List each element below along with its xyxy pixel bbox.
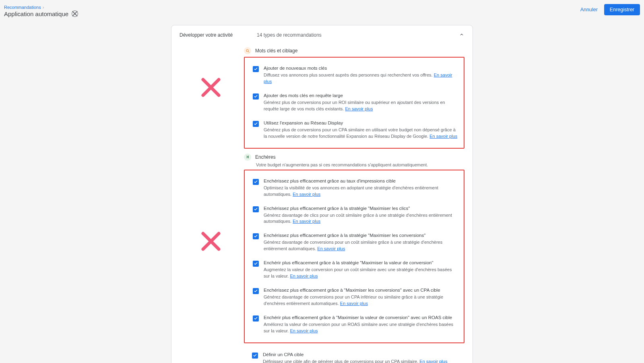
item-desc: Augmentez la valeur de conversion pour u… [264,267,459,280]
recommendation-item: Définir un CPA cible Définissez une cibl… [252,348,464,363]
checkbox[interactable] [253,179,259,185]
checkbox[interactable] [253,261,259,267]
card-title: Développer votre activité [180,32,233,38]
svg-point-0 [246,49,248,52]
recommendation-item: Ajouter des mots clés en requête large G… [253,89,461,116]
save-button[interactable]: Enregistrer [604,4,640,15]
section-title-keywords: Mots clés et ciblage [255,48,297,54]
learn-more-link[interactable]: En savoir plus [419,359,447,363]
learn-more-link[interactable]: En savoir plus [429,134,457,139]
highlight-box-keywords: Ajouter de nouveaux mots clés Diffusez v… [244,57,464,149]
breadcrumb-link[interactable]: Recommandations [4,5,41,10]
cross-annotation-1 [200,76,222,102]
bid-icon [244,153,251,161]
item-desc: Améliorez la valeur de conversion pour u… [264,322,459,334]
item-desc: Générez plus de conversions pour un CPA … [264,127,459,140]
section-title-bidding: Enchères [255,154,276,160]
checkbox[interactable] [253,315,259,322]
chevron-right-icon: › [43,5,44,10]
recommendation-item: Enchérir plus efficacement grâce à "Maxi… [253,311,461,338]
item-desc: Définissez une cible afin de générer plu… [263,359,462,363]
recommendation-item: Enchérissez plus efficacement grâce à "M… [253,284,461,311]
item-title: Définir un CPA cible [263,352,462,357]
checkbox[interactable] [253,66,259,72]
item-title: Enchérissez plus efficacement grâce à "M… [264,288,459,292]
item-desc: Générez davantage de clics pour un coût … [264,212,459,225]
item-title: Enchérissez plus efficacement grâce au t… [264,178,459,183]
item-title: Enchérissez plus efficacement grâce à la… [264,206,459,211]
checkbox[interactable] [253,233,259,239]
learn-more-link[interactable]: En savoir plus [290,328,318,333]
collapse-icon[interactable] [459,32,464,38]
recommendation-item: Enchérissez plus efficacement grâce au t… [253,174,461,202]
checkbox[interactable] [253,206,259,212]
learn-more-link[interactable]: En savoir plus [293,192,320,197]
search-icon [244,47,251,54]
item-title: Utilisez l'expansion au Réseau Display [264,120,459,125]
learn-more-link[interactable]: En savoir plus [345,106,373,111]
learn-more-link[interactable]: En savoir plus [340,301,368,306]
items-unboxed: Définir un CPA cible Définissez une cibl… [252,348,464,363]
learn-more-link[interactable]: En savoir plus [290,274,318,278]
highlight-box-bidding: Enchérissez plus efficacement grâce au t… [244,170,464,343]
section-bidding: Enchères Votre budget n'augmentera pas s… [180,153,464,363]
item-desc: Diffusez vos annonces plus souvent auprè… [264,72,459,85]
item-desc: Générez plus de conversions pour un ROI … [264,100,459,112]
recommendation-item: Utilisez l'expansion au Réseau Display G… [253,116,461,144]
cancel-button[interactable]: Annuler [579,4,599,16]
item-title: Ajouter de nouveaux mots clés [264,66,459,71]
recommendation-item: Enchérir plus efficacement grâce à la st… [253,256,461,284]
item-title: Enchérissez plus efficacement grâce à la… [264,233,459,238]
item-title: Ajouter des mots clés en requête large [264,93,459,98]
checkbox[interactable] [253,121,259,127]
section-keywords: Mots clés et ciblage Ajouter de nouveaux… [180,47,464,149]
item-desc: Optimisez la visibilité de vos annonces … [264,185,459,198]
item-desc: Générez davantage de conversions pour un… [264,294,459,307]
learn-more-link[interactable]: En savoir plus [293,219,320,224]
recommendation-item: Ajouter de nouveaux mots clés Diffusez v… [253,62,461,89]
close-icon[interactable] [72,10,78,17]
item-desc: Générez davantage de conversions pour un… [264,239,459,252]
recommendation-item: Enchérissez plus efficacement grâce à la… [253,202,461,229]
card-subtitle: 14 types de recommandations [257,32,322,38]
checkbox[interactable] [253,93,259,100]
page-title: Application automatique [4,10,68,17]
item-title: Enchérir plus efficacement grâce à la st… [264,260,459,265]
recommendation-item: Enchérissez plus efficacement grâce à la… [253,229,461,256]
breadcrumb[interactable]: Recommandations › [4,5,78,10]
item-title: Enchérir plus efficacement grâce à "Maxi… [264,315,459,320]
svg-line-1 [248,51,249,52]
checkbox[interactable] [252,353,258,359]
cross-annotation-2 [200,230,222,256]
recommendations-card: Développer votre activité 14 types de re… [171,25,473,363]
checkbox[interactable] [253,288,259,294]
section-note: Votre budget n'augmentera pas si ces rec… [256,162,464,167]
learn-more-link[interactable]: En savoir plus [317,246,345,251]
